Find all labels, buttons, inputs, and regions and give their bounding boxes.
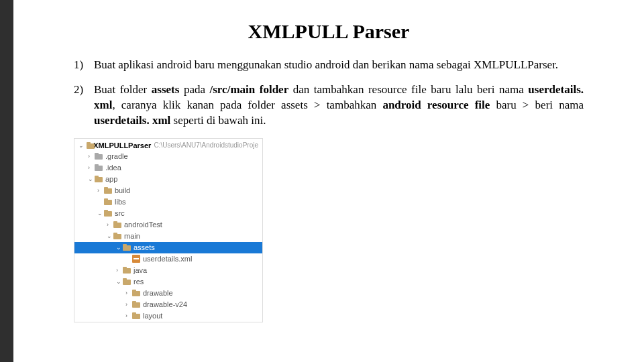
tree-row-label: drawable-v24 (143, 300, 187, 308)
tree-row: ›layout (74, 310, 262, 322)
tree-row: libs (74, 196, 262, 208)
project-path: C:\Users\ANU7\AndroidstudioProje (154, 141, 258, 149)
folder-icon (132, 312, 140, 319)
folder-icon (104, 187, 112, 194)
tree-row: ⌄src (74, 208, 262, 219)
slide-accent-bar (0, 0, 13, 362)
folder-icon (104, 210, 112, 217)
chevron-right-icon: › (88, 164, 95, 171)
folder-icon (123, 267, 131, 274)
folder-icon (132, 290, 140, 296)
tree-row-label: assets (133, 243, 155, 251)
tree-row-label: .gradle (105, 152, 128, 160)
project-tree-header: ⌄ XMLPULLParser C:\Users\ANU7\Androidstu… (74, 139, 262, 151)
tree-row-label: res (133, 278, 144, 286)
chevron-down-icon: ⌄ (88, 176, 95, 182)
folder-icon (87, 142, 88, 149)
tree-row-label: layout (143, 312, 162, 320)
chevron-right-icon: › (125, 312, 132, 319)
list-item: 2) Buat folder assets pada /src/main fol… (74, 82, 584, 129)
tree-row-label: app (105, 175, 117, 183)
chevron-right-icon: › (125, 290, 132, 296)
tree-row: ›.idea (74, 162, 262, 174)
tree-row: ›drawable (74, 288, 262, 299)
tree-row: ⌄app (74, 174, 262, 185)
chevron-down-icon: ⌄ (116, 278, 123, 285)
folder-icon (113, 233, 121, 239)
folder-icon (104, 198, 112, 205)
tree-row-label: userdetails.xml (143, 255, 192, 263)
slide-content: XMLPULL Parser 1) Buat aplikasi android … (13, 0, 644, 362)
list-text: Buat aplikasi android baru menggunakan s… (94, 58, 584, 73)
folder-icon (95, 164, 103, 171)
list-text: Buat folder assets pada /src/main folder… (94, 82, 584, 129)
tree-row: ›java (74, 265, 262, 276)
project-tree-screenshot: ⌄ XMLPULLParser C:\Users\ANU7\Androidstu… (74, 138, 263, 322)
chevron-right-icon: › (107, 221, 113, 228)
page-title: XMLPULL Parser (74, 20, 584, 43)
tree-row: ›drawable-v24 (74, 299, 262, 310)
chevron-right-icon: › (88, 153, 95, 160)
tree-row: ›androidTest (74, 219, 262, 231)
folder-icon (123, 278, 131, 285)
tree-row: ⌄res (74, 276, 262, 288)
chevron-down-icon: ⌄ (107, 233, 113, 239)
list-item: 1) Buat aplikasi android baru menggunaka… (74, 58, 584, 73)
project-name: XMLPULLParser (93, 141, 151, 149)
folder-icon (95, 176, 103, 182)
tree-row-label: main (124, 232, 140, 240)
tree-row-label: .idea (105, 164, 121, 172)
chevron-down-icon: ⌄ (97, 210, 104, 217)
list-number: 1) (74, 58, 94, 73)
tree-row-label: androidTest (124, 221, 162, 229)
tree-row: ⌄main (74, 231, 262, 242)
project-tree-body: ›.gradle›.idea⌄app›buildlibs⌄src›android… (74, 151, 262, 322)
tree-row-label: java (133, 266, 147, 274)
chevron-right-icon: › (125, 301, 132, 308)
list-number: 2) (74, 82, 94, 129)
instruction-list: 1) Buat aplikasi android baru menggunaka… (74, 58, 584, 129)
tree-row: userdetails.xml (74, 253, 262, 265)
tree-row-label: build (115, 186, 130, 194)
chevron-right-icon: › (116, 267, 123, 274)
folder-icon (95, 153, 103, 160)
tree-row: ›.gradle (74, 151, 262, 162)
chevron-down-icon: ⌄ (78, 142, 84, 149)
chevron-down-icon: ⌄ (116, 244, 123, 251)
folder-icon (113, 221, 121, 228)
folder-icon (123, 244, 131, 251)
tree-row: ⌄assets (74, 242, 262, 253)
tree-row-label: src (115, 209, 125, 217)
chevron-right-icon: › (97, 187, 104, 194)
tree-row: ›build (74, 185, 262, 196)
tree-row-label: drawable (143, 289, 173, 297)
xml-file-icon (132, 255, 140, 263)
tree-row-label: libs (115, 198, 126, 206)
folder-icon (132, 301, 140, 308)
